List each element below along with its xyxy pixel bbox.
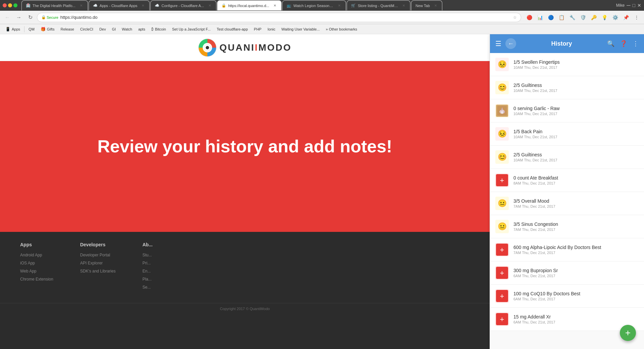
tab-new-tab[interactable]: New Tab ✕: [411, 0, 442, 10]
extension-icon-9[interactable]: ⚙️: [610, 13, 620, 22]
bookmark-dev[interactable]: Dev: [97, 26, 109, 32]
history-item-title-5: 2/5 Guiltiness: [513, 152, 639, 157]
panel-back-button[interactable]: ←: [505, 38, 516, 49]
tab-close-legion[interactable]: ✕: [337, 3, 342, 8]
menu-btn[interactable]: ⋮: [632, 13, 641, 22]
footer-chrome-extension[interactable]: Chrome Extension: [20, 277, 53, 282]
tab-configure-cloudflare[interactable]: ☁️ Configure - Cloudflare A... ✕: [150, 0, 216, 10]
panel-title: History: [520, 40, 603, 47]
tab-digital-health[interactable]: 🏥 The Digital Health Platfo... ✕: [21, 0, 88, 10]
history-item-info-10: 300 mg Bupropion Sr 6AM Thu, Dec 21st, 2…: [513, 268, 639, 278]
url-bar[interactable]: 🔒 Secure https://quantimo.do ☆: [37, 13, 521, 22]
tab-watch-legion[interactable]: 📺 Watch Legion Season 01 ✕: [282, 0, 346, 10]
history-list[interactable]: 😣 1/5 Swollen Fingertips 10AM Thu, Dec 2…: [490, 53, 644, 349]
history-item-alpha-lipoic[interactable]: + 600 mg Alpha-Lipoic Acid By Doctors Be…: [490, 238, 644, 261]
footer-about-item1[interactable]: Stu...: [142, 253, 152, 257]
extension-icon-3[interactable]: 🔵: [546, 13, 555, 22]
footer-about-item3[interactable]: En...: [142, 269, 152, 273]
panel-help-button[interactable]: ❓: [620, 40, 627, 47]
history-item-overall-mood[interactable]: 😐 3/5 Overall Mood 7AM Thu, Dec 21st, 20…: [490, 192, 644, 215]
bookmark-apts[interactable]: apts: [136, 26, 148, 32]
tab-close-cloudflare-apps[interactable]: ✕: [141, 3, 145, 8]
footer-developers-heading: Developers: [80, 242, 116, 247]
extension-icon-5[interactable]: 🔧: [567, 13, 577, 22]
footer-about-item2[interactable]: Pri...: [142, 261, 152, 265]
extension-icon-6[interactable]: 🛡️: [578, 13, 588, 22]
bookmark-watch[interactable]: Watch: [119, 26, 135, 32]
bookmark-other[interactable]: » Other bookmarks: [323, 26, 360, 32]
bookmark-waiting[interactable]: Waiting User Variable...: [279, 26, 322, 32]
history-item-ate-breakfast[interactable]: + 0 count Ate Breakfast 8AM Thu, Dec 21s…: [490, 169, 644, 192]
extension-icon-7[interactable]: 🔑: [589, 13, 598, 22]
footer-android-app[interactable]: Android App: [20, 253, 53, 257]
footer-sdk-libraries[interactable]: SDK's and Libraries: [80, 269, 116, 273]
bookmark-bitcoin[interactable]: ₿ Bitcoin: [149, 26, 169, 33]
tab-close-quantimo[interactable]: ✕: [273, 3, 277, 8]
footer-ios-app[interactable]: iOS App: [20, 261, 53, 265]
history-item-icon-2: 😊: [495, 81, 509, 94]
history-item-adderall[interactable]: + 15 mg Adderall Xr 6AM Thu, Dec 21st, 2…: [490, 308, 644, 331]
history-item-sinus-congestion[interactable]: 😐 3/5 Sinus Congestion 7AM Thu, Dec 21st…: [490, 215, 644, 238]
tab-close-configure[interactable]: ✕: [207, 3, 212, 8]
bookmark-gifts[interactable]: 🎁 Gifts: [38, 26, 57, 33]
bookmark-release[interactable]: Release: [58, 26, 77, 32]
footer-developer-portal[interactable]: Developer Portal: [80, 253, 116, 257]
bookmark-qm-label: QM: [29, 27, 35, 31]
panel-search-button[interactable]: 🔍: [607, 40, 614, 47]
extension-icon-1[interactable]: 🔴: [525, 13, 534, 22]
bookmark-circleci[interactable]: CircleCI: [78, 26, 96, 32]
panel-menu-button[interactable]: ☰: [495, 40, 501, 48]
footer-web-app[interactable]: Web App: [20, 269, 53, 273]
reload-button[interactable]: ↻: [26, 13, 35, 22]
bookmark-apps[interactable]: 📱 Apps: [3, 26, 23, 33]
tab-close-newtab[interactable]: ✕: [433, 3, 438, 8]
back-button[interactable]: ←: [3, 13, 12, 22]
bookmark-apts-label: apts: [138, 27, 145, 31]
extension-icon-10[interactable]: 📌: [621, 13, 631, 22]
site-header: QUANIIMODO: [0, 34, 490, 61]
extension-icon-4[interactable]: 📋: [557, 13, 566, 22]
bookmark-javascript[interactable]: Set Up a JavaScript F...: [169, 26, 213, 32]
footer-col-apps: Apps Android App iOS App Web App Chrome …: [20, 242, 53, 293]
tab-close-digital-health[interactable]: ✕: [79, 3, 84, 8]
history-item-title-10: 300 mg Bupropion Sr: [513, 268, 639, 273]
extension-icon-2[interactable]: 📊: [535, 13, 545, 22]
tab-store-listing[interactable]: 🛒 Store listing - QuantiMo... ✕: [347, 0, 410, 10]
bookmark-cloudflare-test[interactable]: Test cloudflare-app: [214, 26, 251, 32]
bitcoin-icon: ₿: [151, 27, 154, 32]
footer-about-item4[interactable]: Pla...: [142, 277, 152, 282]
bookmark-waiting-label: Waiting User Variable...: [281, 27, 319, 31]
history-item-bupropion[interactable]: + 300 mg Bupropion Sr 6AM Thu, Dec 21st,…: [490, 261, 644, 285]
history-item-garlic[interactable]: 🧄 0 serving Garlic - Raw 10AM Thu, Dec 2…: [490, 99, 644, 122]
bookmark-qm[interactable]: QM: [26, 26, 37, 32]
tab-cloudflare-apps[interactable]: ☁️ Apps - Cloudflare Apps ✕: [89, 0, 150, 10]
maximize-btn[interactable]: □: [633, 3, 635, 8]
panel-header: ☰ ← History 🔍 ❓ ⋮: [490, 34, 644, 53]
history-item-icon-4: 😣: [495, 127, 509, 141]
main-website: QUANIIMODO Review your history and add n…: [0, 34, 490, 349]
fab-add-button[interactable]: +: [620, 325, 636, 341]
minimize-btn[interactable]: ─: [627, 2, 630, 8]
bookmark-ionic[interactable]: Ionic: [265, 26, 278, 32]
history-item-guiltiness-2[interactable]: 😊 2/5 Guiltiness 10AM Thu, Dec 21st, 201…: [490, 146, 644, 169]
bookmark-php[interactable]: PHP: [251, 26, 264, 32]
bookmark-gi[interactable]: GI: [109, 26, 118, 32]
tab-close-store[interactable]: ✕: [401, 3, 406, 8]
history-item-swollen-fingertips[interactable]: 😣 1/5 Swollen Fingertips 10AM Thu, Dec 2…: [490, 53, 644, 76]
svg-text:+: +: [500, 176, 504, 185]
panel-more-button[interactable]: ⋮: [633, 40, 639, 47]
history-item-coq10[interactable]: + 100 mg CoQ10 By Doctors Best 6AM Thu, …: [490, 285, 644, 308]
toolbar-icons: 🔴 📊 🔵 📋 🔧 🛡️ 🔑 💡 ⚙️ 📌 ⋮: [525, 13, 641, 22]
tab-quantimo[interactable]: 🔒 https://local.quantimo.d... ✕: [217, 0, 282, 10]
footer-about-item5[interactable]: Se...: [142, 285, 152, 290]
footer-api-explorer[interactable]: API Explorer: [80, 261, 116, 265]
history-item-back-pain[interactable]: 😣 1/5 Back Pain 10AM Thu, Dec 21st, 2017: [490, 122, 644, 146]
history-item-guiltiness-1[interactable]: 😊 2/5 Guiltiness 10AM Thu, Dec 21st, 201…: [490, 76, 644, 99]
extension-icon-8[interactable]: 💡: [600, 13, 609, 22]
history-item-icon-3: 🧄: [495, 104, 509, 117]
star-icon[interactable]: ☆: [513, 15, 517, 20]
close-btn[interactable]: ✕: [637, 3, 641, 8]
history-item-info-12: 15 mg Adderall Xr 6AM Thu, Dec 21st, 201…: [513, 314, 639, 324]
history-item-time-7: 7AM Thu, Dec 21st, 2017: [513, 204, 639, 208]
forward-button[interactable]: →: [14, 13, 23, 22]
